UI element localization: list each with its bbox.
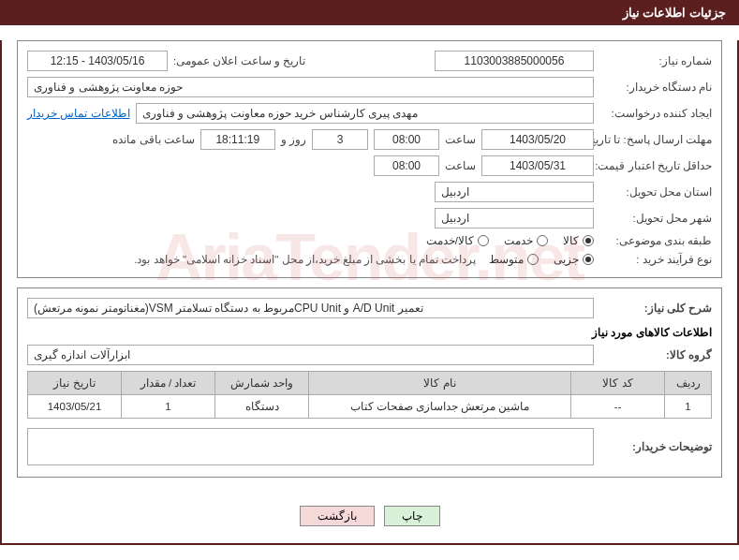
th-date: تاریخ نیاز: [28, 372, 122, 395]
td-qty: 1: [122, 395, 215, 419]
td-date: 1403/05/21: [28, 395, 122, 419]
delivery-city-label: شهر محل تحویل:: [599, 212, 712, 225]
radio-goods[interactable]: [583, 235, 594, 246]
radio-goods-service[interactable]: [478, 235, 489, 246]
need-number-label: شماره نیاز:: [599, 54, 712, 67]
outer-frame: شماره نیاز: 1103003885000056 تاریخ و ساع…: [0, 40, 739, 545]
buyer-notes-label: توضیحات خریدار:: [599, 440, 712, 453]
hours-remaining-label: ساعت باقی مانده: [112, 133, 194, 146]
radio-service-label: خدمت: [504, 234, 533, 247]
th-unit: واحد شمارش: [215, 372, 309, 395]
radio-medium[interactable]: [527, 254, 539, 265]
radio-goods-service-label: کالا/خدمت: [426, 234, 474, 247]
price-valid-label: حداقل تاریخ اعتبار قیمت: تا تاریخ:: [599, 159, 712, 172]
days-and-label: روز و: [281, 133, 306, 146]
days-remaining-value: 3: [312, 129, 368, 150]
th-code: کد کالا: [571, 372, 665, 395]
requester-value: مهدی پیری کارشناس خرید حوزه معاونت پژوهش…: [136, 103, 594, 124]
details-frame: شماره نیاز: 1103003885000056 تاریخ و ساع…: [17, 40, 722, 278]
reply-time-value: 08:00: [374, 129, 439, 150]
reply-deadline-label: مهلت ارسال پاسخ: تا تاریخ:: [599, 133, 712, 146]
goods-group-label: گروه کالا:: [599, 348, 712, 361]
need-desc-label: شرح کلی نیاز:: [599, 302, 712, 315]
td-row: 1: [665, 395, 712, 419]
buyer-org-label: نام دستگاه خریدار:: [599, 81, 712, 94]
td-code: --: [571, 395, 665, 419]
delivery-province-value: اردبیل: [435, 182, 594, 202]
table-row: 1 -- ماشین مرتعش جداسازی صفحات کتاب دستگ…: [28, 395, 712, 419]
th-row: ردیف: [665, 372, 712, 395]
purchase-proc-label: نوع فرآیند خرید :: [599, 253, 712, 266]
price-valid-time-value: 08:00: [374, 155, 439, 176]
table-header-row: ردیف کد کالا نام کالا واحد شمارش تعداد /…: [28, 372, 712, 395]
purchase-proc-group: جزیی متوسط: [489, 253, 594, 266]
th-name: نام کالا: [309, 372, 571, 395]
print-button[interactable]: چاپ: [384, 506, 440, 526]
announce-dt-value: 1403/05/16 - 12:15: [27, 51, 168, 71]
footer-buttons: چاپ بازگشت: [2, 493, 737, 543]
countdown-value: 18:11:19: [200, 129, 275, 150]
goods-table: ردیف کد کالا نام کالا واحد شمارش تعداد /…: [27, 371, 712, 419]
page-title-bar: جزئیات اطلاعات نیاز: [0, 0, 739, 25]
need-desc-value: تعمیر A/D Unit و CPU Unitمربوط به دستگاه…: [27, 298, 594, 318]
payment-note: پرداخت تمام یا بخشی از مبلغ خرید،از محل …: [134, 253, 476, 266]
page-title: جزئیات اطلاعات نیاز: [623, 6, 726, 20]
delivery-city-value: اردبیل: [435, 208, 594, 228]
need-number-value: 1103003885000056: [435, 51, 594, 71]
radio-partial-label: جزیی: [554, 253, 579, 266]
goods-group-value: ابزارآلات اندازه گیری: [27, 345, 594, 365]
td-unit: دستگاه: [215, 395, 309, 419]
buyer-org-value: حوزه معاونت پژوهشی و فناوری: [27, 77, 594, 97]
requester-label: ایجاد کننده درخواست:: [599, 107, 712, 120]
goods-info-title: اطلاعات کالاهای مورد نیاز: [27, 326, 712, 339]
td-name: ماشین مرتعش جداسازی صفحات کتاب: [309, 395, 571, 419]
price-valid-date-value: 1403/05/31: [481, 155, 594, 176]
radio-medium-label: متوسط: [489, 253, 524, 266]
reply-time-label: ساعت: [445, 133, 476, 146]
need-desc-frame: شرح کلی نیاز: تعمیر A/D Unit و CPU Unitم…: [17, 287, 722, 478]
buyer-notes-value: [27, 428, 594, 465]
reply-date-value: 1403/05/20: [481, 129, 594, 150]
radio-service[interactable]: [537, 235, 548, 246]
delivery-province-label: استان محل تحویل:: [599, 185, 712, 199]
radio-goods-label: کالا: [563, 234, 579, 247]
th-qty: تعداد / مقدار: [122, 372, 215, 395]
buyer-contact-link[interactable]: اطلاعات تماس خریدار: [27, 107, 130, 120]
subject-class-label: طبقه بندی موضوعی:: [599, 234, 712, 247]
price-valid-time-label: ساعت: [445, 159, 476, 172]
subject-class-group: کالا خدمت کالا/خدمت: [426, 234, 594, 247]
radio-partial[interactable]: [583, 254, 594, 265]
announce-dt-label: تاریخ و ساعت اعلان عمومی:: [173, 54, 305, 67]
back-button[interactable]: بازگشت: [300, 506, 375, 526]
